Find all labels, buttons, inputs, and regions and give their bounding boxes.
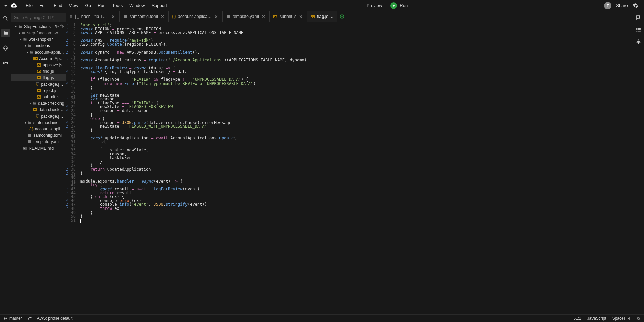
run-button[interactable]: Run	[390, 2, 408, 9]
code-line: const { id, flagType, taskToken } = data	[80, 70, 633, 74]
svg-line-21	[637, 41, 637, 41]
share-button[interactable]: Share	[616, 3, 628, 8]
tree-file[interactable]: {}package.json	[11, 81, 66, 87]
tab-close-icon[interactable]: ✕	[298, 14, 303, 19]
menu-item-window[interactable]: Window	[126, 1, 148, 10]
menu-item-view[interactable]: View	[66, 1, 82, 10]
tree-file[interactable]: template.yaml	[11, 138, 66, 145]
tree-file[interactable]: JSsubmit.js	[11, 94, 66, 100]
code-line: }	[80, 172, 633, 176]
tree-file[interactable]: M↓README.md	[11, 145, 66, 151]
folder-icon	[18, 24, 23, 29]
code-editor[interactable]: i1i2i34i5i67i89i101112i131415i16171819i2…	[66, 22, 633, 314]
tree-file[interactable]: { }account-applicatio	[11, 126, 66, 132]
tab-close-icon[interactable]: ✕	[111, 14, 116, 19]
menu-item-tools[interactable]: Tools	[109, 1, 126, 10]
code-line: } catch (ex) {	[80, 195, 633, 199]
tree-file[interactable]: JSreject.js	[11, 87, 66, 94]
collaborate-icon[interactable]	[636, 14, 642, 21]
preview-button[interactable]: Preview	[367, 3, 382, 8]
tree-file[interactable]: JSAccountApplica	[11, 55, 66, 62]
tree-label: package.json	[41, 114, 64, 119]
tree-file[interactable]: {}package.json	[11, 113, 66, 119]
gutter-info-icon: i	[66, 98, 68, 100]
right-panel-bar	[633, 11, 644, 314]
tree-folder[interactable]: ▸step-functions-worksh	[11, 30, 66, 36]
language-mode[interactable]: JavaScript	[587, 316, 606, 321]
gutter-info-icon: i	[66, 207, 68, 210]
aws-icon[interactable]: aws	[2, 59, 9, 66]
tab-unsaved-indicator-icon[interactable]	[330, 14, 333, 19]
git-branch-status[interactable]: master	[3, 316, 22, 321]
cloud9-menu-icon[interactable]	[3, 3, 9, 9]
code-line: id,	[80, 140, 633, 144]
code-line	[80, 90, 633, 94]
tree-label: step-functions-worksh	[27, 31, 64, 35]
code-line: throw ex	[80, 207, 633, 211]
menu-item-find[interactable]: Find	[50, 1, 65, 10]
gutter-info-icon: i	[66, 82, 68, 85]
tab-drag-handle-icon: ≡	[69, 14, 73, 19]
tree-file[interactable]: JSapprove.js	[11, 62, 66, 68]
debugger-icon[interactable]	[636, 39, 642, 45]
code-content[interactable]: 'use strict';const REGION = process.env.…	[78, 22, 633, 314]
editor-tab[interactable]: template.yaml✕	[223, 11, 270, 22]
js-file-icon: JS	[37, 69, 41, 74]
svg-line-24	[640, 42, 640, 42]
editor-tab[interactable]: ≡▌_bash - "ip-172-31-1-240.ap✕	[66, 11, 120, 22]
yaml-file-icon	[226, 14, 231, 19]
goto-anything-input[interactable]: Go to Anything (Ctrl-P)	[11, 13, 66, 22]
tab-close-icon[interactable]: ✕	[261, 14, 266, 19]
tab-close-icon[interactable]: ✕	[214, 14, 219, 19]
code-line: return updatedApplication	[80, 168, 633, 172]
tree-label: data-checking	[38, 101, 64, 106]
menu-item-go[interactable]: Go	[82, 1, 94, 10]
outline-icon[interactable]	[636, 27, 642, 33]
tree-file[interactable]: JSdata-checking.js	[11, 106, 66, 113]
tree-file[interactable]: JSflag.js	[11, 74, 66, 81]
tree-caret-icon: ▾	[28, 101, 32, 105]
tab-close-icon[interactable]: ✕	[160, 14, 165, 19]
code-line: 'use strict';	[80, 23, 633, 27]
menu-item-edit[interactable]: Edit	[36, 1, 50, 10]
code-line: newState = 'FLAGGED_WITH_UNPROCESSABLE_D…	[80, 125, 633, 129]
json-file-icon: {}	[35, 82, 40, 87]
status-gear-icon[interactable]	[636, 316, 641, 321]
tree-folder[interactable]: ▾workshop-dir	[11, 36, 66, 42]
code-line: const APPLICATIONS_TABLE_NAME = process.…	[80, 31, 633, 35]
editor-tab[interactable]: JSflag.js	[307, 11, 337, 22]
code-line	[80, 219, 633, 223]
avatar[interactable]: F	[604, 2, 611, 9]
cursor-position[interactable]: 51:1	[573, 316, 581, 321]
settings-gear-icon[interactable]	[633, 3, 639, 9]
tree-folder[interactable]: ▾statemachine	[11, 119, 66, 126]
editor-tab[interactable]: { }account-application-w✕	[169, 11, 223, 22]
tree-label: flag.js	[43, 75, 54, 80]
source-control-icon[interactable]	[2, 45, 9, 52]
tree-folder[interactable]: ▾functions	[11, 42, 66, 49]
tree-file[interactable]: samconfig.toml	[11, 132, 66, 138]
tree-settings-icon[interactable]	[60, 24, 64, 29]
editor-tab[interactable]: JSsubmit.js✕	[270, 11, 307, 22]
menu-item-run[interactable]: Run	[94, 1, 109, 10]
svg-rect-6	[28, 140, 31, 143]
sync-icon[interactable]	[27, 316, 32, 321]
tree-label: submit.js	[43, 95, 59, 99]
new-tab-button[interactable]	[337, 11, 347, 22]
code-line: module.exports.handler = async(event) =>…	[80, 180, 633, 184]
menu-item-file[interactable]: File	[22, 1, 36, 10]
folder-icon[interactable]	[1, 29, 10, 37]
tree-folder[interactable]: ▾StepFunctions - /l▾	[11, 23, 66, 30]
cloud9-logo-icon[interactable]: 9	[9, 1, 19, 10]
editor-tab[interactable]: samconfig.toml✕	[120, 11, 169, 22]
code-line: const result = await flagForReview(event…	[80, 187, 633, 191]
gutter-info-icon: i	[66, 105, 68, 108]
tree-folder[interactable]: ▾data-checking	[11, 100, 66, 106]
tree-folder[interactable]: ▾account-applicatio	[11, 49, 66, 55]
search-icon[interactable]	[2, 14, 9, 21]
code-line: )	[80, 164, 633, 168]
aws-profile-status[interactable]: AWS: profile:default	[37, 316, 73, 321]
indentation-mode[interactable]: Spaces: 4	[612, 316, 630, 321]
menu-item-support[interactable]: Support	[148, 1, 170, 10]
tree-file[interactable]: JSfind.js	[11, 68, 66, 74]
